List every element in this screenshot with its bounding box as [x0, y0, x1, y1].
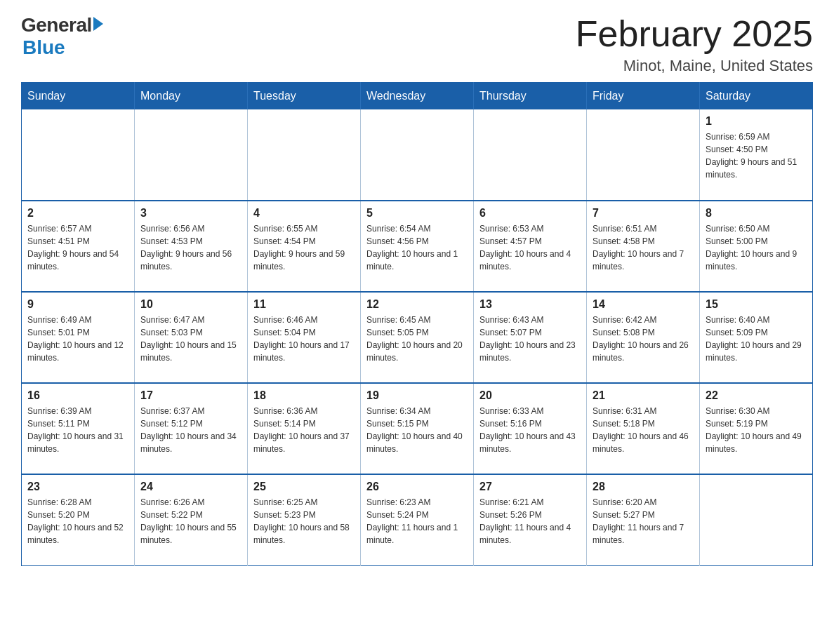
calendar-day-cell: 22Sunrise: 6:30 AM Sunset: 5:19 PM Dayli…: [700, 383, 813, 474]
logo-blue-text: Blue: [22, 36, 65, 59]
calendar-week-row: 9Sunrise: 6:49 AM Sunset: 5:01 PM Daylig…: [22, 292, 813, 383]
day-number: 17: [140, 389, 241, 402]
weekday-header-wednesday: Wednesday: [361, 83, 474, 110]
calendar-day-cell: 19Sunrise: 6:34 AM Sunset: 5:15 PM Dayli…: [361, 383, 474, 474]
day-info: Sunrise: 6:46 AM Sunset: 5:04 PM Dayligh…: [253, 314, 355, 364]
day-number: 9: [27, 298, 128, 311]
calendar-empty-cell: [700, 474, 813, 565]
weekday-header-sunday: Sunday: [22, 83, 135, 110]
day-number: 27: [479, 481, 581, 493]
day-number: 7: [593, 207, 694, 220]
calendar-week-row: 16Sunrise: 6:39 AM Sunset: 5:11 PM Dayli…: [22, 383, 813, 474]
calendar-empty-cell: [135, 109, 248, 201]
day-info: Sunrise: 6:50 AM Sunset: 5:00 PM Dayligh…: [706, 222, 807, 273]
day-info: Sunrise: 6:34 AM Sunset: 5:15 PM Dayligh…: [366, 405, 468, 455]
day-info: Sunrise: 6:23 AM Sunset: 5:24 PM Dayligh…: [366, 496, 468, 546]
day-number: 22: [706, 389, 807, 402]
title-block: February 2025 Minot, Maine, United State…: [576, 14, 813, 75]
day-info: Sunrise: 6:55 AM Sunset: 4:54 PM Dayligh…: [253, 222, 355, 273]
day-info: Sunrise: 6:40 AM Sunset: 5:09 PM Dayligh…: [706, 314, 807, 364]
logo-arrow-icon: [93, 17, 103, 31]
day-number: 16: [27, 389, 128, 402]
day-info: Sunrise: 6:36 AM Sunset: 5:14 PM Dayligh…: [253, 405, 355, 455]
day-info: Sunrise: 6:45 AM Sunset: 5:05 PM Dayligh…: [366, 314, 468, 364]
calendar-day-cell: 3Sunrise: 6:56 AM Sunset: 4:53 PM Daylig…: [135, 201, 248, 292]
day-number: 2: [27, 207, 128, 220]
calendar-day-cell: 9Sunrise: 6:49 AM Sunset: 5:01 PM Daylig…: [22, 292, 135, 383]
logo-general-text: General: [21, 14, 92, 36]
day-info: Sunrise: 6:47 AM Sunset: 5:03 PM Dayligh…: [140, 314, 241, 364]
calendar-empty-cell: [248, 109, 361, 201]
calendar-day-cell: 13Sunrise: 6:43 AM Sunset: 5:07 PM Dayli…: [474, 292, 587, 383]
day-number: 26: [366, 481, 468, 493]
day-number: 14: [593, 298, 694, 311]
calendar-day-cell: 25Sunrise: 6:25 AM Sunset: 5:23 PM Dayli…: [248, 474, 361, 565]
day-info: Sunrise: 6:33 AM Sunset: 5:16 PM Dayligh…: [479, 405, 581, 455]
calendar-day-cell: 1Sunrise: 6:59 AM Sunset: 4:50 PM Daylig…: [700, 109, 813, 201]
day-info: Sunrise: 6:54 AM Sunset: 4:56 PM Dayligh…: [366, 222, 468, 273]
day-info: Sunrise: 6:49 AM Sunset: 5:01 PM Dayligh…: [27, 314, 128, 364]
day-number: 18: [253, 389, 355, 402]
day-number: 20: [479, 389, 581, 402]
day-info: Sunrise: 6:42 AM Sunset: 5:08 PM Dayligh…: [593, 314, 694, 364]
day-number: 25: [253, 481, 355, 493]
calendar-day-cell: 24Sunrise: 6:26 AM Sunset: 5:22 PM Dayli…: [135, 474, 248, 565]
calendar-day-cell: 15Sunrise: 6:40 AM Sunset: 5:09 PM Dayli…: [700, 292, 813, 383]
calendar-day-cell: 28Sunrise: 6:20 AM Sunset: 5:27 PM Dayli…: [587, 474, 700, 565]
day-info: Sunrise: 6:39 AM Sunset: 5:11 PM Dayligh…: [27, 405, 128, 455]
day-number: 12: [366, 298, 468, 311]
page-header: General Blue February 2025 Minot, Maine,…: [21, 14, 813, 75]
day-info: Sunrise: 6:37 AM Sunset: 5:12 PM Dayligh…: [140, 405, 241, 455]
day-number: 11: [253, 298, 355, 311]
calendar-day-cell: 21Sunrise: 6:31 AM Sunset: 5:18 PM Dayli…: [587, 383, 700, 474]
day-number: 10: [140, 298, 241, 311]
weekday-header-row: SundayMondayTuesdayWednesdayThursdayFrid…: [22, 83, 813, 110]
calendar-day-cell: 18Sunrise: 6:36 AM Sunset: 5:14 PM Dayli…: [248, 383, 361, 474]
calendar-empty-cell: [587, 109, 700, 201]
calendar-day-cell: 23Sunrise: 6:28 AM Sunset: 5:20 PM Dayli…: [22, 474, 135, 565]
day-info: Sunrise: 6:57 AM Sunset: 4:51 PM Dayligh…: [27, 222, 128, 273]
day-info: Sunrise: 6:59 AM Sunset: 4:50 PM Dayligh…: [706, 130, 807, 181]
day-number: 5: [366, 207, 468, 220]
calendar-subtitle: Minot, Maine, United States: [576, 57, 813, 75]
day-info: Sunrise: 6:26 AM Sunset: 5:22 PM Dayligh…: [140, 496, 241, 546]
day-info: Sunrise: 6:31 AM Sunset: 5:18 PM Dayligh…: [593, 405, 694, 455]
calendar-table: SundayMondayTuesdayWednesdayThursdayFrid…: [21, 82, 813, 566]
logo: General Blue: [21, 14, 103, 59]
calendar-day-cell: 8Sunrise: 6:50 AM Sunset: 5:00 PM Daylig…: [700, 201, 813, 292]
calendar-day-cell: 17Sunrise: 6:37 AM Sunset: 5:12 PM Dayli…: [135, 383, 248, 474]
day-number: 19: [366, 389, 468, 402]
calendar-day-cell: 16Sunrise: 6:39 AM Sunset: 5:11 PM Dayli…: [22, 383, 135, 474]
day-number: 4: [253, 207, 355, 220]
calendar-day-cell: 7Sunrise: 6:51 AM Sunset: 4:58 PM Daylig…: [587, 201, 700, 292]
day-number: 21: [593, 389, 694, 402]
day-info: Sunrise: 6:30 AM Sunset: 5:19 PM Dayligh…: [706, 405, 807, 455]
calendar-day-cell: 4Sunrise: 6:55 AM Sunset: 4:54 PM Daylig…: [248, 201, 361, 292]
calendar-title: February 2025: [576, 14, 813, 54]
calendar-empty-cell: [474, 109, 587, 201]
calendar-day-cell: 14Sunrise: 6:42 AM Sunset: 5:08 PM Dayli…: [587, 292, 700, 383]
weekday-header-monday: Monday: [135, 83, 248, 110]
day-number: 23: [27, 481, 128, 493]
day-number: 3: [140, 207, 241, 220]
day-number: 6: [479, 207, 581, 220]
weekday-header-friday: Friday: [587, 83, 700, 110]
day-number: 28: [593, 481, 694, 493]
calendar-day-cell: 12Sunrise: 6:45 AM Sunset: 5:05 PM Dayli…: [361, 292, 474, 383]
day-number: 1: [706, 115, 807, 128]
day-info: Sunrise: 6:25 AM Sunset: 5:23 PM Dayligh…: [253, 496, 355, 546]
weekday-header-thursday: Thursday: [474, 83, 587, 110]
day-info: Sunrise: 6:28 AM Sunset: 5:20 PM Dayligh…: [27, 496, 128, 546]
calendar-day-cell: 6Sunrise: 6:53 AM Sunset: 4:57 PM Daylig…: [474, 201, 587, 292]
calendar-day-cell: 2Sunrise: 6:57 AM Sunset: 4:51 PM Daylig…: [22, 201, 135, 292]
calendar-empty-cell: [22, 109, 135, 201]
day-info: Sunrise: 6:20 AM Sunset: 5:27 PM Dayligh…: [593, 496, 694, 546]
day-info: Sunrise: 6:51 AM Sunset: 4:58 PM Dayligh…: [593, 222, 694, 273]
day-number: 8: [706, 207, 807, 220]
calendar-day-cell: 26Sunrise: 6:23 AM Sunset: 5:24 PM Dayli…: [361, 474, 474, 565]
day-info: Sunrise: 6:56 AM Sunset: 4:53 PM Dayligh…: [140, 222, 241, 273]
day-info: Sunrise: 6:43 AM Sunset: 5:07 PM Dayligh…: [479, 314, 581, 364]
calendar-week-row: 1Sunrise: 6:59 AM Sunset: 4:50 PM Daylig…: [22, 109, 813, 201]
calendar-day-cell: 10Sunrise: 6:47 AM Sunset: 5:03 PM Dayli…: [135, 292, 248, 383]
calendar-week-row: 23Sunrise: 6:28 AM Sunset: 5:20 PM Dayli…: [22, 474, 813, 565]
